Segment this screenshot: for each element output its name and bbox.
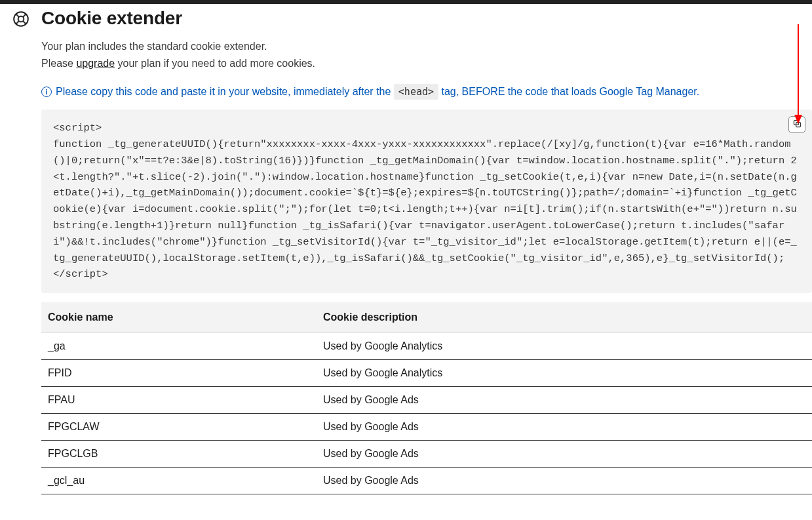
copy-button[interactable] bbox=[788, 116, 805, 133]
cookie-table: Cookie name Cookie description _gaUsed b… bbox=[41, 302, 812, 494]
table-row: _gcl_auUsed by Google Ads bbox=[41, 468, 812, 494]
copy-icon bbox=[792, 119, 802, 131]
subtitle-pre: Please bbox=[41, 58, 76, 69]
subtitle-line1: Your plan includes the standard cookie e… bbox=[41, 38, 812, 55]
page-title: Cookie extender bbox=[41, 8, 812, 29]
notice-pre: Please copy this code and paste it in yo… bbox=[56, 86, 394, 97]
cookie-name-cell: FPAU bbox=[41, 387, 317, 414]
col-header-desc: Cookie description bbox=[317, 302, 812, 333]
cookie-desc-cell: Used by Google Ads bbox=[317, 441, 812, 468]
upgrade-link[interactable]: upgrade bbox=[76, 58, 115, 69]
table-row: FPGCLGBUsed by Google Ads bbox=[41, 441, 812, 468]
cookie-desc-cell: Used by Google Analytics bbox=[317, 333, 812, 360]
svg-line-2 bbox=[15, 14, 18, 17]
cookie-desc-cell: Used by Google Ads bbox=[317, 468, 812, 494]
svg-line-3 bbox=[23, 14, 26, 17]
info-icon: i bbox=[41, 87, 52, 97]
cookie-desc-cell: Used by Google Ads bbox=[317, 387, 812, 414]
cookie-desc-cell: Used by Google Analytics bbox=[317, 360, 812, 387]
cookie-name-cell: _ga bbox=[41, 333, 317, 360]
code-snippet[interactable]: <script> function _tg_generateUUID(){ret… bbox=[41, 110, 812, 293]
notice-post: tag, BEFORE the code that loads Google T… bbox=[441, 86, 699, 97]
notice-banner: i Please copy this code and paste it in … bbox=[41, 86, 812, 98]
subtitle-post: your plan if you need to add more cookie… bbox=[115, 58, 315, 69]
cookie-name-cell: FPID bbox=[41, 360, 317, 387]
table-row: _gaUsed by Google Analytics bbox=[41, 333, 812, 360]
cookie-name-cell: FPGCLAW bbox=[41, 414, 317, 441]
svg-line-5 bbox=[23, 21, 26, 24]
cookie-name-cell: FPGCLGB bbox=[41, 441, 317, 468]
cookie-desc-cell: Used by Google Ads bbox=[317, 414, 812, 441]
table-row: FPIDUsed by Google Analytics bbox=[41, 360, 812, 387]
table-row: FPGCLAWUsed by Google Ads bbox=[41, 414, 812, 441]
svg-line-4 bbox=[15, 21, 18, 24]
table-row: FPAUUsed by Google Ads bbox=[41, 387, 812, 414]
col-header-name: Cookie name bbox=[41, 302, 317, 333]
subtitle-line2: Please upgrade your plan if you need to … bbox=[41, 55, 812, 72]
help-icon[interactable] bbox=[12, 10, 29, 28]
head-tag-chip: <head> bbox=[394, 84, 438, 100]
cookie-name-cell: _gcl_au bbox=[41, 468, 317, 494]
